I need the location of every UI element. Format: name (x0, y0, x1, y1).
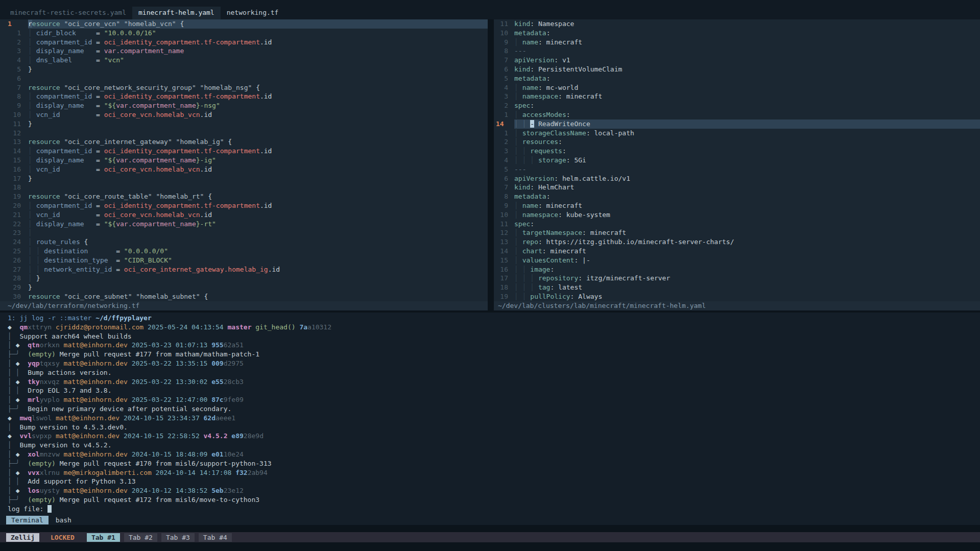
pane-title-command: 1: jj log -r ::master ~/d/ffpyplayer (8, 314, 980, 323)
line-number: 2 (496, 137, 508, 147)
code-token: │ (28, 56, 36, 64)
zellij-session: minecraft-restic-secrets.yamlminecraft-h… (0, 0, 980, 551)
code-token: "CIDR_BLOCK" (124, 256, 172, 264)
code-token: 5Gi (570, 156, 586, 164)
zellij-tab[interactable]: Tab #3 (161, 533, 195, 542)
log-token (60, 341, 64, 349)
code-token: { (252, 84, 260, 91)
code-token: = (112, 266, 124, 273)
log-token: mrl (28, 396, 39, 403)
log-token: uysty (40, 487, 60, 494)
code-token: = (84, 47, 104, 55)
line-number: 7 (8, 83, 21, 92)
code-line: 9│ name: minecraft (494, 38, 980, 47)
log-token: 5eb (211, 487, 223, 494)
line-number: 22 (8, 220, 21, 229)
log-token (19, 469, 28, 476)
log-token: lswol (32, 414, 52, 422)
terminal-pane[interactable]: 1: jj log -r ::master ~/d/ffpyplayer ◆ q… (0, 313, 980, 515)
line-number: 14 (496, 119, 508, 129)
zellij-tab[interactable]: Tab #2 (124, 533, 157, 542)
line-number: 4 (496, 156, 508, 165)
log-token: Bump version to 4.5.3.dev0. (12, 423, 128, 431)
buffer-tab[interactable]: minecraft-restic-secrets.yaml (4, 7, 132, 19)
log-token: 62a51 (224, 341, 244, 349)
code-token: : (562, 147, 566, 155)
code-token: --- (514, 47, 526, 55)
jj-log-line: │ │ Bump actions version. (8, 368, 980, 377)
line-number: 10 (496, 29, 508, 38)
code-area-terraform[interactable]: 1resource "oci_core_vcn" "homelab_vcn" {… (0, 19, 488, 301)
code-line: 9│ name: minecraft (494, 201, 980, 210)
line-number: 30 (8, 292, 21, 301)
code-area-yaml[interactable]: 11kind: Namespace10metadata:9│ name: min… (494, 19, 980, 301)
log-token (19, 378, 28, 386)
code-token: display_name (36, 47, 84, 55)
code-token: = (92, 92, 104, 100)
code-token: │ (28, 247, 36, 255)
code-token: : (546, 29, 551, 37)
log-token: v4.5.2 (204, 432, 228, 440)
code-token: "${ (104, 220, 116, 228)
zellij-tab[interactable]: Tab #4 (199, 533, 232, 542)
code-line: 5metadata: (494, 74, 980, 83)
code-line: 1│ cidr_block = "10.0.0.0/16" (0, 29, 488, 38)
code-token: │ (514, 120, 522, 128)
line-number: 24 (8, 237, 21, 247)
code-token: }-ig" (196, 156, 216, 164)
log-token: 2025-03-22 13:30:02 (132, 378, 208, 386)
code-line: 8--- (494, 46, 980, 56)
line-number: 8 (8, 92, 21, 101)
log-token (128, 360, 132, 367)
editor-split-terraform[interactable]: 1resource "oci_core_vcn" "homelab_vcn" {… (0, 19, 488, 310)
code-token: name (522, 38, 538, 46)
code-line: 10│ namespace: kube-system (494, 210, 980, 220)
code-token: } (28, 175, 32, 182)
code-token: │ (28, 102, 36, 109)
log-token: aeee1 (216, 414, 235, 422)
code-line: 2spec: (494, 101, 980, 110)
code-line: 20│ compartment_id = oci_identity_compar… (0, 201, 488, 210)
log-token: matt@einhorn.dev (64, 378, 128, 386)
log-token (152, 469, 156, 476)
code-token: = (92, 202, 104, 209)
editor-split-yaml[interactable]: 11kind: Namespace10metadata:9│ name: min… (494, 19, 980, 310)
log-token: vvx (28, 469, 39, 476)
code-token: .id (260, 147, 272, 155)
code-line: 1│ accessModes: (494, 110, 980, 119)
code-token: kind (514, 65, 530, 73)
line-number: 18 (496, 283, 508, 292)
split-divider[interactable] (488, 19, 494, 310)
helix-editor-pane[interactable]: minecraft-restic-secrets.yamlminecraft-h… (0, 0, 980, 310)
log-token: mwq (19, 414, 31, 422)
line-number: 1 (496, 129, 508, 138)
terminal-prompt[interactable]: log file: (8, 505, 980, 514)
line-number: 18 (8, 183, 21, 192)
code-token: "homelab_subnet" (136, 293, 200, 300)
log-token: xlrnu (40, 469, 60, 476)
code-token: = (88, 247, 124, 255)
log-token (12, 432, 20, 440)
zellij-tab[interactable]: Tab #1 (87, 533, 120, 542)
code-token: { (200, 293, 208, 300)
log-token (128, 396, 132, 403)
log-token (200, 414, 204, 422)
code-token: compartment_id (36, 38, 92, 46)
buffer-tab[interactable]: networking.tf (221, 7, 285, 19)
code-token: │ (514, 293, 522, 300)
bufferline: minecraft-restic-secrets.yamlminecraft-h… (0, 0, 980, 19)
line-number: 6 (8, 74, 21, 83)
line-number: 9 (496, 201, 508, 210)
code-token: pullPolicy (530, 293, 570, 300)
pane-status-row: Terminal bash (0, 515, 980, 525)
code-token: oci_identity_compartment.tf-compartment (104, 147, 260, 155)
line-number: 11 (496, 19, 508, 29)
code-token: accessModes (522, 111, 566, 118)
code-token: } (36, 274, 40, 282)
code-token: destination (44, 247, 88, 255)
buffer-tab[interactable]: minecraft-helm.yaml (132, 7, 221, 19)
code-token: : (542, 247, 546, 255)
code-token: v1 (558, 56, 570, 64)
code-line: 3│ display_name = var.compartment_name (0, 46, 488, 56)
jj-log-line: │ ◆ qtnorkxn matt@einhorn.dev 2025-03-23… (8, 341, 980, 350)
